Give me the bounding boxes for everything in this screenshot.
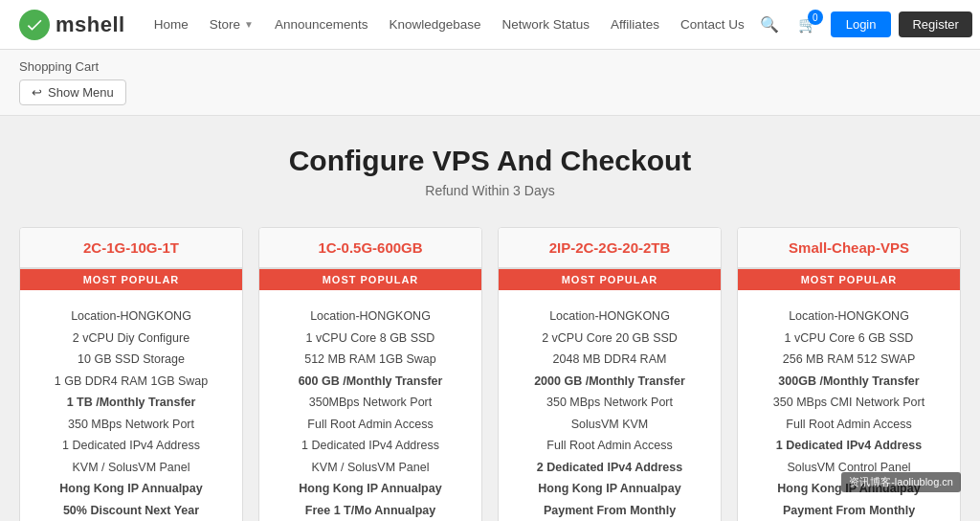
brand-logo-link[interactable]: mshell [19,10,125,40]
nav-store[interactable]: Store ▼ [200,11,263,37]
pricing-grid: 2C-1G-10G-1TMOST POPULARLocation-HONGKON… [19,227,961,521]
card-badge-2: MOST POPULAR [499,269,721,290]
card-title-2: 2IP-2C-2G-20-2TB [499,228,721,269]
login-button[interactable]: Login [831,11,892,37]
shopping-cart-label: Shopping Cart [19,59,961,74]
cart-badge: 0 [808,10,823,25]
search-icon: 🔍 [760,15,779,34]
nav-affiliates[interactable]: Affiliates [601,11,669,37]
nav-knowledgebase[interactable]: Knowledgebase [379,11,490,37]
circle-arrow-icon: ↩ [32,85,42,100]
nav-contact-us[interactable]: Contact Us [671,11,754,37]
nav-network-status[interactable]: Network Status [493,11,600,37]
nav-links: Home Store ▼ Announcements Knowledgebase… [145,11,754,37]
card-title-3: Small-Cheap-VPS [738,228,960,269]
pricing-card-0: 2C-1G-10G-1TMOST POPULARLocation-HONGKON… [19,227,243,521]
main-content: Configure VPS And Checkout Refund Within… [0,116,980,521]
card-features-1: Location-HONGKONG1 vCPU Core 8 GB SSD512… [259,290,481,521]
register-button[interactable]: Register [899,11,971,37]
nav-actions: 🔍 🛒 0 Login Register [754,10,972,39]
pricing-card-3: Small-Cheap-VPSMOST POPULARLocation-HONG… [737,227,961,521]
card-badge-0: MOST POPULAR [20,269,242,290]
show-menu-button[interactable]: ↩ Show Menu [19,79,126,105]
card-badge-3: MOST POPULAR [738,269,960,290]
page-title: Configure VPS And Checkout [19,145,961,177]
nav-home[interactable]: Home [145,11,198,37]
brand-name: mshell [56,12,125,37]
store-dropdown-arrow: ▼ [244,19,254,30]
card-features-2: Location-HONGKONG2 vCPU Core 20 GB SSD20… [499,290,721,521]
card-features-3: Location-HONGKONG1 vCPU Core 6 GB SSD256… [738,290,960,521]
shopping-cart-bar: Shopping Cart ↩ Show Menu [0,50,980,116]
page-subtitle: Refund Within 3 Days [19,183,961,198]
nav-announcements[interactable]: Announcements [265,11,378,37]
pricing-card-1: 1C-0.5G-600GBMOST POPULARLocation-HONGKO… [258,227,482,521]
search-button[interactable]: 🔍 [754,10,785,39]
card-title-1: 1C-0.5G-600GB [259,228,481,269]
cart-button[interactable]: 🛒 0 [792,10,823,39]
pricing-card-2: 2IP-2C-2G-20-2TBMOST POPULARLocation-HON… [498,227,722,521]
brand-logo-icon [19,10,50,40]
card-title-0: 2C-1G-10G-1T [20,228,242,269]
navbar: mshell Home Store ▼ Announcements Knowle… [0,0,980,50]
card-badge-1: MOST POPULAR [259,269,481,290]
card-features-0: Location-HONGKONG2 vCPU Diy Configure10 … [20,290,242,521]
